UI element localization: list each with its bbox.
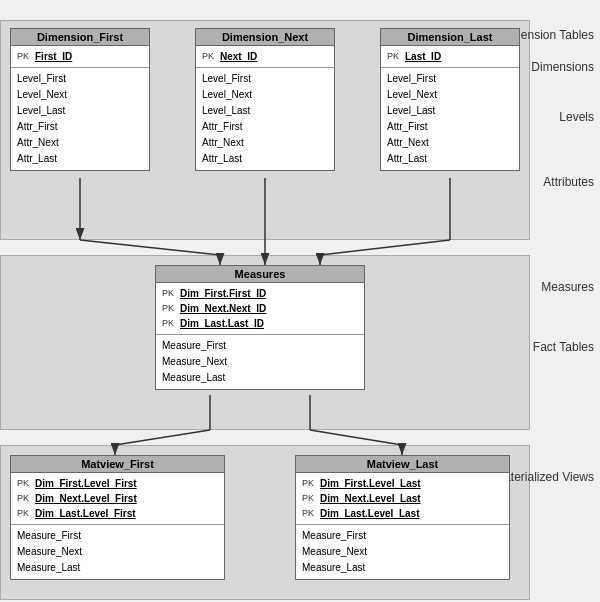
- matview-first-pk-row-3: PK Dim_Last.Level_First: [17, 506, 218, 521]
- svg-line-12: [310, 430, 402, 445]
- matview-first-pk-row-1: PK Dim_First.Level_First: [17, 476, 218, 491]
- measures-header: Measures: [156, 266, 364, 283]
- fact-tables-label: Fact Tables: [533, 340, 594, 354]
- dim-first-fields: Level_First Level_Next Level_Last Attr_F…: [11, 68, 149, 170]
- dimension-next-table: Dimension_Next PK Next_ID Level_First Le…: [195, 28, 335, 171]
- matview-last-pk-row-2: PK Dim_Next.Level_Last: [302, 491, 503, 506]
- levels-label: Levels: [559, 110, 594, 124]
- matview-last-pk-row-1: PK Dim_First.Level_Last: [302, 476, 503, 491]
- matview-last-table: Matview_Last PK Dim_First.Level_Last PK …: [295, 455, 510, 580]
- svg-line-6: [320, 240, 450, 255]
- matview-last-pk-row-3: PK Dim_Last.Level_Last: [302, 506, 503, 521]
- diagram-container: Dimension Tables Dimensions Levels Attri…: [0, 0, 600, 602]
- matview-first-pk-row-2: PK Dim_Next.Level_First: [17, 491, 218, 506]
- dim-first-pk-row: PK First_ID: [17, 49, 143, 64]
- svg-line-2: [80, 240, 220, 255]
- dim-first-header: Dimension_First: [11, 29, 149, 46]
- dim-next-pk-row: PK Next_ID: [202, 49, 328, 64]
- measures-table: Measures PK Dim_First.First_ID PK Dim_Ne…: [155, 265, 365, 390]
- dim-next-header: Dimension_Next: [196, 29, 334, 46]
- dimension-last-table: Dimension_Last PK Last_ID Level_First Le…: [380, 28, 520, 171]
- svg-line-9: [115, 430, 210, 445]
- dimensions-label: Dimensions: [531, 60, 594, 74]
- dim-last-header: Dimension_Last: [381, 29, 519, 46]
- dimension-first-table: Dimension_First PK First_ID Level_First …: [10, 28, 150, 171]
- matview-first-header: Matview_First: [11, 456, 224, 473]
- matview-last-header: Matview_Last: [296, 456, 509, 473]
- measures-pk-row-1: PK Dim_First.First_ID: [162, 286, 358, 301]
- dim-last-fields: Level_First Level_Next Level_Last Attr_F…: [381, 68, 519, 170]
- matview-first-table: Matview_First PK Dim_First.Level_First P…: [10, 455, 225, 580]
- matview-first-fields: Measure_First Measure_Next Measure_Last: [11, 525, 224, 579]
- dim-next-fields: Level_First Level_Next Level_Last Attr_F…: [196, 68, 334, 170]
- measures-label: Measures: [541, 280, 594, 294]
- measures-pk-row-2: PK Dim_Next.Next_ID: [162, 301, 358, 316]
- attributes-label: Attributes: [543, 175, 594, 189]
- measures-fields: Measure_First Measure_Next Measure_Last: [156, 335, 364, 389]
- matview-last-fields: Measure_First Measure_Next Measure_Last: [296, 525, 509, 579]
- dim-last-pk-row: PK Last_ID: [387, 49, 513, 64]
- measures-pk-row-3: PK Dim_Last.Last_ID: [162, 316, 358, 331]
